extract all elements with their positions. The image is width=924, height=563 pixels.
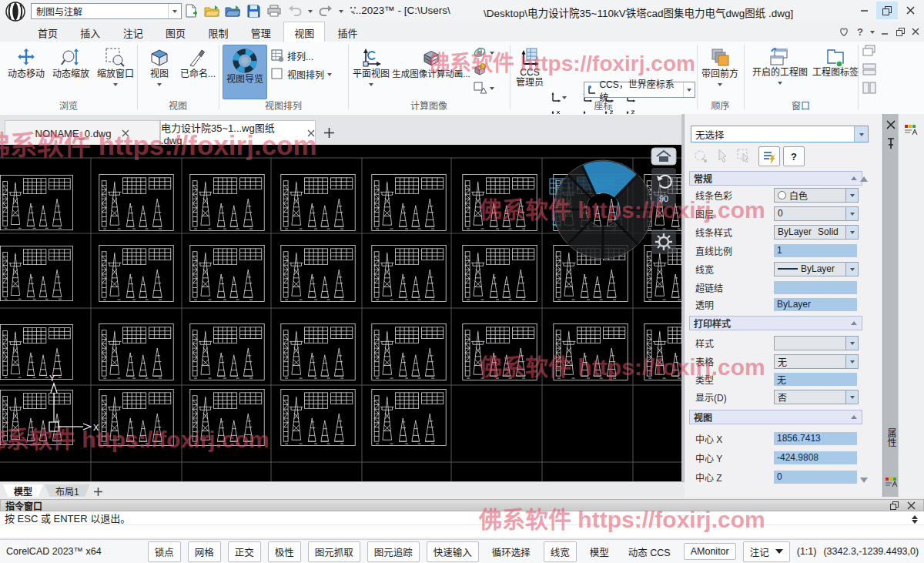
command-restore-button[interactable] xyxy=(890,501,899,512)
favorite-heart-icon[interactable] xyxy=(838,26,850,37)
tab-home[interactable]: 首页 xyxy=(28,22,68,44)
section-print-style[interactable]: 打印样式 xyxy=(689,316,862,330)
section-view[interactable]: 视图 xyxy=(689,410,862,424)
annotation-dropdown[interactable]: 注记 xyxy=(743,541,790,562)
help-button[interactable]: ? xyxy=(857,26,863,38)
toggle-model[interactable]: 模型 xyxy=(584,542,615,561)
quick-properties-button[interactable] xyxy=(758,146,780,166)
tile-vertical-button[interactable] xyxy=(862,82,876,94)
toggle-quickinput[interactable]: 快速输入 xyxy=(427,541,479,562)
render-style-button[interactable] xyxy=(473,81,494,95)
line-color-dropdown[interactable]: 白色 xyxy=(774,188,859,203)
toggle-cycle-select[interactable]: 循环选择 xyxy=(486,542,537,561)
cascade-windows-button[interactable] xyxy=(862,45,876,57)
panel-scroll-up[interactable] xyxy=(860,173,868,182)
command-close-button[interactable] xyxy=(907,501,916,512)
bring-to-front-button[interactable]: 带回前方 xyxy=(699,45,741,89)
redo-dropdown-icon[interactable] xyxy=(339,10,343,15)
toggle-esnap[interactable]: 图元抓取 xyxy=(308,541,360,562)
hyperlink-field[interactable] xyxy=(774,281,857,294)
panel-close-button[interactable] xyxy=(886,120,896,129)
doc-close-button[interactable] xyxy=(912,28,919,35)
doc-minimize-button[interactable] xyxy=(882,28,889,35)
workspace-select[interactable]: 制图与注解 xyxy=(31,3,182,19)
section-general[interactable]: 常规 xyxy=(689,171,862,186)
drawing-tabs-button[interactable]: 工程图标签 xyxy=(813,45,858,78)
restore-button[interactable] xyxy=(876,2,898,19)
new-doc-tab-button[interactable] xyxy=(320,124,337,141)
open-file-button[interactable] xyxy=(204,3,219,18)
zoom-window-button[interactable]: 缩放窗口 xyxy=(94,45,137,89)
close-icon[interactable] xyxy=(307,129,315,137)
drawing-canvas[interactable]: 90 Y X xyxy=(0,145,681,481)
minimize-button[interactable] xyxy=(853,2,875,19)
tab-insert[interactable]: 插入 xyxy=(70,22,110,44)
material-button[interactable] xyxy=(473,62,487,76)
print-style-dropdown[interactable] xyxy=(774,336,859,350)
center-y-field[interactable]: -424.9808 xyxy=(774,451,857,464)
tab-manage[interactable]: 管理 xyxy=(241,22,281,44)
doc-restore-button[interactable] xyxy=(896,28,905,36)
ccs-system-combo[interactable]: CCS，世界座标系统 xyxy=(584,82,695,98)
tab-constrain[interactable]: 限制 xyxy=(198,22,238,44)
layer-dropdown[interactable]: 0 xyxy=(774,206,859,221)
undo-button[interactable] xyxy=(287,3,303,18)
doc-tab-active[interactable]: 电力设计院35~1...wg图纸 .dwg xyxy=(160,120,316,146)
command-history-spinner[interactable] xyxy=(912,512,918,527)
nav-settings-button[interactable] xyxy=(651,230,676,254)
toggle-dynamic-ccs[interactable]: 动态 CCS xyxy=(622,542,677,561)
line-style-dropdown[interactable]: ByLayerSolid xyxy=(774,225,859,240)
pin-icon[interactable] xyxy=(886,137,896,149)
panel-help-button[interactable]: ? xyxy=(783,146,805,166)
view-button[interactable]: 视图 xyxy=(141,45,178,89)
help-dropdown-icon[interactable] xyxy=(870,31,875,36)
render-animation-button[interactable]: 生成图像计算动画... xyxy=(391,45,471,79)
select-entities-button[interactable] xyxy=(691,146,711,165)
doc-tab-noname[interactable]: NONAME_0.dwg xyxy=(5,120,160,146)
plan-view-button[interactable]: 平面视图 xyxy=(350,45,392,89)
tab-addins[interactable]: 插件 xyxy=(328,22,368,44)
toggle-grid[interactable]: 网格 xyxy=(188,541,221,562)
toggle-snap[interactable]: 锁点 xyxy=(148,541,181,562)
viewport-arrange-button[interactable]: 视图排列 xyxy=(271,68,332,81)
toggle-lineweight[interactable]: 线宽 xyxy=(544,541,577,562)
panel-scroll-down[interactable] xyxy=(860,478,868,487)
command-input[interactable] xyxy=(0,524,924,538)
pan-dynamic-button[interactable]: 动态移动 xyxy=(5,45,48,79)
selection-filter-combo[interactable]: 无选择 xyxy=(691,126,869,142)
view-navigator-button[interactable]: 视图导览 xyxy=(223,45,267,99)
undo-dropdown-icon[interactable] xyxy=(308,10,313,15)
zoom-dynamic-button[interactable]: 动态缩放 xyxy=(49,45,92,79)
line-weight-dropdown[interactable]: ByLayer xyxy=(774,262,859,276)
open-drawings-button[interactable]: 开启的工程图 xyxy=(747,45,813,87)
palette-tab-icon[interactable] xyxy=(904,123,918,137)
tab-annotate[interactable]: 注记 xyxy=(113,22,153,44)
print-table-dropdown[interactable]: 无 xyxy=(774,354,859,369)
print-display-dropdown[interactable]: 否 xyxy=(774,390,859,404)
transparency-field[interactable]: ByLayer xyxy=(774,298,857,311)
ccs-manager-button[interactable]: CCS 管理员 xyxy=(513,45,547,87)
center-x-field[interactable]: 1856.7413 xyxy=(774,432,857,445)
tile-arrange-button[interactable]: 排列... xyxy=(271,49,313,62)
toggle-ortho[interactable]: 正交 xyxy=(228,541,261,562)
line-scale-field[interactable]: 1 xyxy=(774,244,857,257)
select-cursor-button[interactable] xyxy=(712,146,732,165)
redo-button[interactable] xyxy=(318,3,333,18)
close-icon[interactable] xyxy=(122,129,129,137)
sheet-tab-model[interactable]: 模型 xyxy=(3,484,43,498)
toggle-amonitor[interactable]: AMonitor xyxy=(684,543,736,560)
command-window-header[interactable]: 指令窗口 xyxy=(0,499,924,511)
add-sheet-button[interactable] xyxy=(92,485,105,498)
import-file-button[interactable] xyxy=(225,3,240,18)
toggle-etrack[interactable]: 图元追踪 xyxy=(367,541,420,562)
print-type-field[interactable]: 无 xyxy=(774,373,857,386)
toggle-polar[interactable]: 极性 xyxy=(268,541,301,562)
tile-horizontal-button[interactable] xyxy=(862,63,876,75)
sheet-tab-layout1[interactable]: 布局1 xyxy=(45,484,90,498)
named-view-button[interactable]: 已命名... xyxy=(179,45,217,79)
tab-sheet[interactable]: 图页 xyxy=(156,22,196,44)
close-button[interactable] xyxy=(899,2,921,19)
render-lock-button[interactable] xyxy=(473,45,494,59)
save-button[interactable] xyxy=(246,3,261,18)
center-z-field[interactable]: 0 xyxy=(774,471,857,484)
